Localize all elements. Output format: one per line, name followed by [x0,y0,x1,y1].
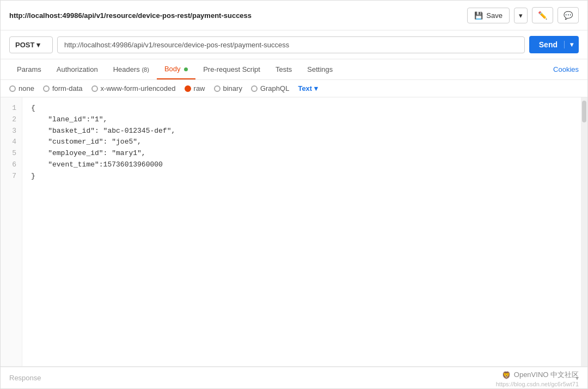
body-type-bar: none form-data x-www-form-urlencoded raw… [1,80,587,97]
watermark: 🦁 OpenVINO 中文社区 [502,370,579,380]
method-selector[interactable]: POST ▾ [9,36,53,53]
tab-body[interactable]: Body [157,59,195,79]
save-button[interactable]: 💾 Save [467,8,510,23]
radio-form-data [43,85,50,92]
save-dropdown-button[interactable]: ▾ [514,8,528,23]
line-number: 4 [1,137,22,148]
request-url-title: http://localhost:49986/api/v1/resource/d… [9,11,252,20]
line-number: 5 [1,148,22,159]
editor-area: 1234567 { "lane_id":"1", "basket_id": "a… [1,97,587,367]
tab-headers[interactable]: Headers (8) [106,60,157,79]
format-label: Text [298,84,312,92]
body-type-urlencoded[interactable]: x-www-form-urlencoded [91,84,176,92]
method-label: POST [15,41,34,49]
send-button[interactable]: Send ▾ [529,36,579,53]
tab-settings[interactable]: Settings [299,60,340,79]
response-label: Response [9,374,41,382]
save-icon: 💾 [474,11,483,20]
watermark-icon: 🦁 [502,371,511,379]
app-container: http://localhost:49986/api/v1/resource/d… [0,0,588,389]
line-number: 1 [1,103,22,114]
radio-none [9,85,16,92]
radio-binary [214,85,220,92]
save-label: Save [486,11,503,20]
send-dropdown-arrow[interactable]: ▾ [564,41,579,48]
line-number: 7 [1,171,22,182]
body-type-raw[interactable]: raw [185,84,205,92]
watermark-url: https://blog.csdn.net/gc6r5wt71 [496,381,579,387]
body-active-dot [184,67,188,71]
tab-tests[interactable]: Tests [268,60,299,79]
top-bar: http://localhost:49986/api/v1/resource/d… [1,1,587,30]
radio-raw [185,85,191,92]
format-arrow: ▾ [314,84,318,92]
format-selector[interactable]: Text ▾ [298,84,318,92]
url-input[interactable] [57,36,525,53]
line-number: 6 [1,159,22,171]
body-type-binary[interactable]: binary [214,84,242,92]
tab-params[interactable]: Params [9,60,49,79]
scrollbar-thumb[interactable] [582,101,586,122]
tabs-bar: Params Authorization Headers (8) Body Pr… [1,59,587,80]
top-bar-actions: 💾 Save ▾ ✏️ 💬 [467,7,579,23]
url-bar: POST ▾ Send ▾ [1,30,587,59]
edit-icon-button[interactable]: ✏️ [532,7,553,23]
line-number: 2 [1,114,22,126]
radio-urlencoded [91,85,98,92]
send-label: Send [539,40,564,49]
watermark-text: OpenVINO 中文社区 [514,370,579,380]
code-editor[interactable]: { "lane_id":"1", "basket_id": "abc-01234… [22,97,581,366]
comment-icon-button[interactable]: 💬 [558,7,579,23]
headers-badge: (8) [142,66,149,73]
vertical-scrollbar[interactable] [581,97,587,366]
line-number: 3 [1,126,22,137]
tab-authorization[interactable]: Authorization [49,60,106,79]
radio-graphql [251,85,258,92]
body-type-none[interactable]: none [9,84,34,92]
body-type-form-data[interactable]: form-data [43,84,83,92]
method-dropdown-arrow: ▾ [36,41,40,49]
line-numbers: 1234567 [1,97,22,366]
body-type-graphql[interactable]: GraphQL [251,84,289,92]
tab-cookies[interactable]: Cookies [553,65,579,73]
tab-prerequest[interactable]: Pre-request Script [195,60,268,79]
